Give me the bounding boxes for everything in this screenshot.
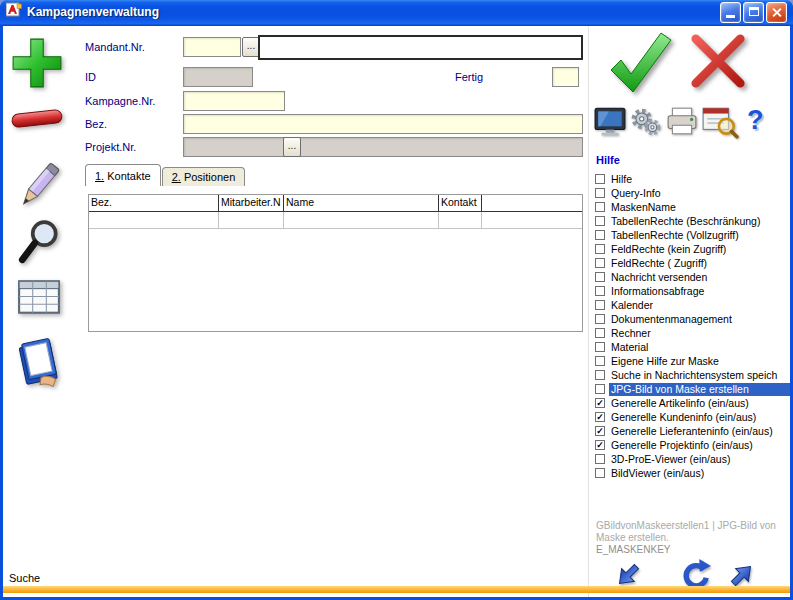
close-button[interactable] <box>766 2 787 23</box>
checkbox-icon[interactable] <box>595 258 605 268</box>
export-button[interactable] <box>14 336 62 394</box>
checkbox-icon[interactable] <box>595 468 605 478</box>
projekt-browse-button[interactable]: ... <box>283 137 301 157</box>
edit-button[interactable] <box>14 160 62 216</box>
delete-button[interactable] <box>9 106 65 136</box>
grid-column-header[interactable]: Name <box>284 195 439 211</box>
maximize-button[interactable] <box>743 2 764 23</box>
app-icon <box>6 2 22 22</box>
help-item[interactable]: JPG-Bild von Maske erstellen <box>592 382 790 396</box>
help-item[interactable]: Generelle Kundeninfo (ein/aus) <box>592 410 790 424</box>
checkbox-icon[interactable] <box>595 286 605 296</box>
checkbox-icon[interactable] <box>595 454 605 464</box>
help-item-label: Informationsabfrage <box>609 285 790 298</box>
help-footer-description: GBildvonMaskeerstellen1 | JPG-Bild von M… <box>596 520 788 544</box>
help-checklist: Hilfe Query-Info MaskenName TabellenRech… <box>592 172 790 480</box>
help-item-label: Rechner <box>609 327 790 340</box>
help-item-label: Query-Info <box>609 187 790 200</box>
window-controls <box>720 2 787 23</box>
check-icon <box>605 28 675 98</box>
printer-icon <box>666 106 698 136</box>
title-bar[interactable]: Kampagnenverwaltung <box>0 0 793 26</box>
help-item[interactable]: Generelle Projektinfo (ein/aus) <box>592 438 790 452</box>
fertig-field[interactable] <box>552 67 579 87</box>
window-title: Kampagnenverwaltung <box>27 5 715 19</box>
cross-icon <box>689 32 747 90</box>
help-item-label: Generelle Lieferanteninfo (ein/aus) <box>609 425 790 438</box>
grid-cell <box>284 212 439 228</box>
help-item[interactable]: Generelle Lieferanteninfo (ein/aus) <box>592 424 790 438</box>
help-button[interactable]: ? <box>747 106 764 134</box>
checkbox-icon[interactable] <box>595 272 605 282</box>
checkbox-icon[interactable] <box>595 300 605 310</box>
help-item-label: Kalender <box>609 299 790 312</box>
grid-column-header[interactable]: Mitarbeiter.N <box>219 195 284 211</box>
tab[interactable]: 1. Kontakte <box>85 164 161 186</box>
monitor-icon <box>594 106 626 136</box>
checkbox-icon[interactable] <box>595 342 605 352</box>
search-button[interactable] <box>16 218 62 270</box>
help-footer: GBildvonMaskeerstellen1 | JPG-Bild von M… <box>596 520 788 556</box>
help-item[interactable]: FeldRechte ( Zugriff) <box>592 256 790 270</box>
grid-header-row: Bez.Mitarbeiter.NNameKontakt <box>89 195 582 212</box>
help-item[interactable]: 3D-ProE-Viewer (ein/aus) <box>592 452 790 466</box>
help-item[interactable]: Kalender <box>592 298 790 312</box>
confirm-button[interactable] <box>605 28 675 102</box>
app-window: Kampagnenverwaltung <box>0 0 793 600</box>
help-item[interactable]: Nachricht versenden <box>592 270 790 284</box>
help-item[interactable]: TabellenRechte (Beschränkung) <box>592 214 790 228</box>
help-item-label: Hilfe <box>609 173 790 186</box>
help-item[interactable]: Query-Info <box>592 186 790 200</box>
checkbox-icon[interactable] <box>595 314 605 324</box>
kampagne-input[interactable] <box>183 91 285 111</box>
status-search-label: Suche <box>9 572 40 584</box>
add-button[interactable] <box>10 36 64 94</box>
monitor-button[interactable] <box>594 106 626 140</box>
checkbox-icon[interactable] <box>595 328 605 338</box>
checkbox-icon[interactable] <box>595 426 605 436</box>
help-item[interactable]: Eigene Hilfe zur Maske <box>592 354 790 368</box>
grid-column-header[interactable]: Bez. <box>89 195 219 211</box>
checkbox-icon[interactable] <box>595 230 605 240</box>
checkbox-icon[interactable] <box>595 370 605 380</box>
checkbox-icon[interactable] <box>595 174 605 184</box>
help-item[interactable]: Hilfe <box>592 172 790 186</box>
minimize-button[interactable] <box>720 2 741 23</box>
tab[interactable]: 2. Positionen <box>162 167 246 186</box>
help-item[interactable]: FeldRechte (kein Zugriff) <box>592 242 790 256</box>
status-progress-bar <box>3 586 790 593</box>
help-item[interactable]: TabellenRechte (Vollzugriff) <box>592 228 790 242</box>
help-item[interactable]: Dokumentenmanagement <box>592 312 790 326</box>
checkbox-icon[interactable] <box>595 188 605 198</box>
add-icon <box>10 36 64 90</box>
help-item[interactable]: Rechner <box>592 326 790 340</box>
cancel-button[interactable] <box>689 32 747 94</box>
help-item-label: TabellenRechte (Vollzugriff) <box>609 229 790 242</box>
help-item[interactable]: Material <box>592 340 790 354</box>
settings-button[interactable] <box>630 106 662 142</box>
checkbox-icon[interactable] <box>595 202 605 212</box>
checkbox-icon[interactable] <box>595 398 605 408</box>
checkbox-icon[interactable] <box>595 356 605 366</box>
checkbox-icon[interactable] <box>595 384 605 394</box>
database-search-button[interactable] <box>701 105 739 143</box>
table-view-button[interactable] <box>17 278 61 320</box>
bez-input[interactable] <box>183 114 583 134</box>
help-item[interactable]: Informationsabfrage <box>592 284 790 298</box>
grid-cell <box>219 212 284 228</box>
grid-row[interactable] <box>89 212 582 229</box>
help-item[interactable]: Suche in Nachrichtensystem speich <box>592 368 790 382</box>
print-button[interactable] <box>666 106 698 140</box>
mandant-input[interactable] <box>183 37 241 57</box>
checkbox-icon[interactable] <box>595 440 605 450</box>
checkbox-icon[interactable] <box>595 412 605 422</box>
checkbox-icon[interactable] <box>595 216 605 226</box>
help-item[interactable]: MaskenName <box>592 200 790 214</box>
mandant-name-input[interactable] <box>258 35 583 60</box>
help-item[interactable]: Generelle Artikelinfo (ein/aus) <box>592 396 790 410</box>
grid-column-header[interactable]: Kontakt <box>439 195 482 211</box>
right-panel: ? Hilfe Hilfe Query-Info MaskenName <box>588 26 790 597</box>
checkbox-icon[interactable] <box>595 244 605 254</box>
id-label: ID <box>85 71 96 83</box>
help-item[interactable]: BildViewer (ein/aus) <box>592 466 790 480</box>
